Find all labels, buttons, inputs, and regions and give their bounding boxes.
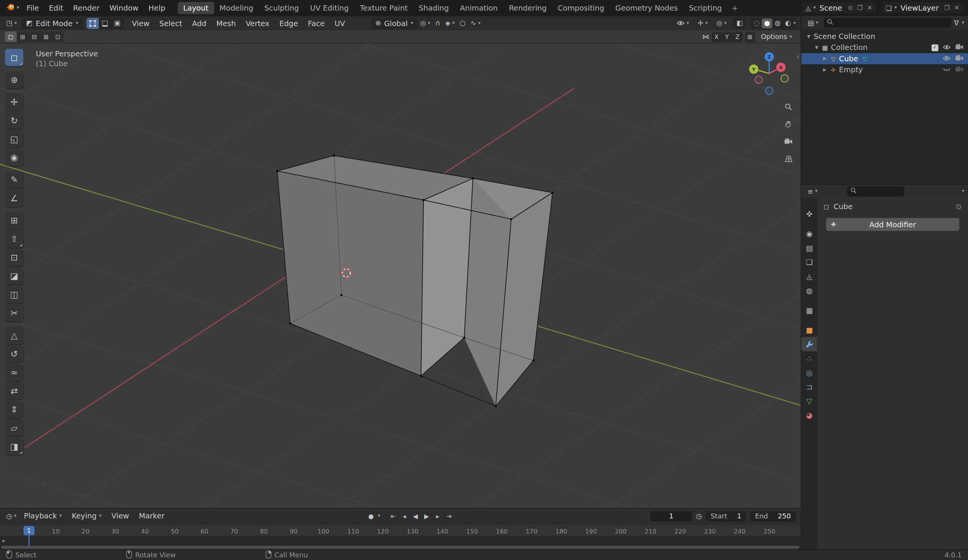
workspace-tab-rendering[interactable]: Rendering bbox=[503, 2, 552, 14]
pivot-dropdown[interactable]: ◎ ▾ bbox=[418, 20, 433, 27]
workspace-tab-animation[interactable]: Animation bbox=[454, 2, 503, 14]
select-subtract-button[interactable]: ⊟ bbox=[28, 31, 40, 42]
outliner-row-scene-collection[interactable]: ▼Scene Collection bbox=[801, 31, 968, 42]
properties-tab-particles[interactable]: ∴ bbox=[801, 351, 817, 366]
viewport-canvas[interactable]: User Perspective (1) Cube ◻⊕✛↻◱◉✎∠⊞⇧⊡◪◫✂… bbox=[0, 43, 801, 508]
properties-tab-tool[interactable]: ✜ bbox=[801, 207, 817, 221]
select-intersect-button[interactable]: ⊡ bbox=[52, 31, 63, 42]
overlays-dropdown[interactable]: ◎ ▾ bbox=[714, 20, 729, 27]
timeline-scrollbar[interactable] bbox=[0, 545, 801, 549]
scene-name[interactable]: Scene bbox=[819, 4, 842, 12]
visibility-dropdown[interactable]: ▾ bbox=[674, 19, 691, 28]
mirror-y-button[interactable]: Y bbox=[722, 32, 732, 41]
workspace-tab-texture-paint[interactable]: Texture Paint bbox=[354, 2, 413, 14]
tool-extrude-region[interactable]: ⇧ bbox=[5, 230, 23, 248]
viewport-menu-mesh[interactable]: Mesh bbox=[211, 18, 241, 29]
tool-shrink-fatten[interactable]: ⇕ bbox=[5, 401, 23, 418]
tool-bevel[interactable]: ◪ bbox=[5, 267, 23, 285]
workspace-tab-compositing[interactable]: Compositing bbox=[552, 2, 610, 14]
zoom-button[interactable] bbox=[782, 101, 795, 113]
jump-to-end-button[interactable]: ⇥ bbox=[443, 510, 454, 522]
tool-poly-build[interactable]: △ bbox=[5, 327, 23, 344]
hide-eye-icon[interactable] bbox=[943, 43, 951, 52]
properties-tab-scene[interactable]: ◬ bbox=[801, 269, 817, 283]
snap-target-dropdown[interactable]: ◈ ▾ bbox=[443, 20, 457, 27]
outliner-item-label[interactable]: Collection bbox=[831, 43, 868, 52]
properties-tab-data[interactable]: ▽ bbox=[801, 394, 817, 408]
workspace-tab-geometry-nodes[interactable]: Geometry Nodes bbox=[610, 2, 684, 14]
orientation-dropdown[interactable]: ⊕ Global ▾ bbox=[371, 18, 418, 29]
play-button[interactable]: ▶ bbox=[421, 510, 432, 522]
snap-toggle[interactable]: ∩ bbox=[433, 20, 443, 27]
editor-type-button[interactable]: ◳ ▾ bbox=[4, 20, 20, 27]
play-reverse-button[interactable]: ◀ bbox=[410, 510, 421, 522]
outliner-item-label[interactable]: Cube bbox=[839, 55, 859, 63]
render-camera-icon[interactable] bbox=[955, 43, 964, 52]
outliner-filter-icon[interactable]: ∇ bbox=[954, 19, 958, 26]
viewport-menu-add[interactable]: Add bbox=[187, 18, 211, 29]
breadcrumb-object-name[interactable]: Cube bbox=[834, 203, 853, 211]
timeline-menu-marker[interactable]: Marker bbox=[134, 510, 169, 523]
pin-id-icon[interactable]: ⊙ bbox=[956, 203, 961, 211]
tool-shear[interactable]: ▱ bbox=[5, 419, 23, 437]
tool-measure[interactable]: ∠ bbox=[5, 189, 23, 207]
new-scene-icon[interactable]: ❐ bbox=[857, 5, 863, 11]
remove-viewlayer-icon[interactable]: ✕ bbox=[954, 5, 959, 11]
hide-eye-closed-icon[interactable] bbox=[943, 65, 951, 74]
properties-tab-view-layer[interactable]: ❏ bbox=[801, 255, 817, 269]
timeline-track-area[interactable]: ▸ bbox=[0, 537, 801, 545]
properties-search[interactable] bbox=[847, 186, 904, 196]
menu-edit[interactable]: Edit bbox=[44, 2, 68, 14]
viewport-menu-face[interactable]: Face bbox=[303, 18, 329, 29]
scene-selector[interactable]: ◬ ▾ Scene ⊙ ❐ ✕ bbox=[802, 3, 876, 13]
tool-transform[interactable]: ◉ bbox=[5, 149, 23, 166]
edge-select-button[interactable] bbox=[99, 18, 111, 29]
auto-merge-icon[interactable]: ⊞ bbox=[745, 32, 755, 41]
next-keyframe-button[interactable]: ▸ bbox=[432, 510, 443, 522]
shading-rendered-button[interactable]: ◐ bbox=[783, 18, 793, 28]
start-frame-field[interactable]: Start 1 bbox=[706, 511, 746, 522]
workspace-tab-modeling[interactable]: Modeling bbox=[214, 2, 259, 14]
navigation-gizmo[interactable]: ZXY bbox=[741, 46, 797, 106]
neg-x-axis-ball[interactable] bbox=[755, 76, 762, 84]
outliner-search-input[interactable] bbox=[836, 19, 948, 27]
tool-annotate[interactable]: ✎ bbox=[5, 171, 23, 188]
properties-tab-world[interactable]: ◍ bbox=[801, 283, 817, 298]
viewport-3d-scene[interactable] bbox=[0, 44, 801, 508]
tool-edge-slide[interactable]: ⇄ bbox=[5, 382, 23, 400]
shading-material-button[interactable]: ◍ bbox=[772, 18, 783, 28]
select-new-button[interactable]: ◻ bbox=[5, 31, 17, 42]
viewport-menu-view[interactable]: View bbox=[127, 18, 155, 29]
properties-tab-constraints[interactable]: ⊐ bbox=[801, 379, 817, 394]
workspace-tab-layout[interactable]: Layout bbox=[178, 2, 214, 14]
jump-to-start-button[interactable]: ⇤ bbox=[388, 510, 399, 522]
outliner-row-cube[interactable]: ▶▽Cube▽ bbox=[801, 53, 968, 64]
properties-tab-material[interactable]: ◕ bbox=[801, 408, 817, 422]
tool-rip-region[interactable]: ◨ bbox=[5, 438, 23, 455]
shading-wireframe-button[interactable]: ◌ bbox=[751, 18, 762, 28]
properties-options-caret[interactable]: ▾ bbox=[962, 189, 965, 194]
menu-window[interactable]: Window bbox=[104, 2, 143, 14]
viewport-menu-edge[interactable]: Edge bbox=[275, 18, 303, 29]
menu-file[interactable]: File bbox=[22, 2, 44, 14]
outliner-item-label[interactable]: Empty bbox=[839, 65, 863, 74]
tool-knife[interactable]: ✂ bbox=[5, 304, 23, 322]
properties-search-input[interactable] bbox=[859, 187, 901, 196]
timeline-ruler[interactable]: 1020304050607080901001101201301401501601… bbox=[0, 524, 801, 536]
perspective-toggle-button[interactable] bbox=[782, 152, 795, 165]
timeline-menu-view[interactable]: View bbox=[107, 510, 134, 523]
tool-smooth[interactable]: ≈ bbox=[5, 364, 23, 381]
selectable-checkbox[interactable]: ✓ bbox=[932, 44, 938, 51]
pin-scene-icon[interactable]: ⊙ bbox=[848, 5, 853, 11]
outliner-row-collection[interactable]: ▼▦Collection✓ bbox=[801, 42, 968, 53]
unlink-scene-icon[interactable]: ✕ bbox=[867, 5, 872, 11]
outliner-filter-caret[interactable]: ▾ bbox=[962, 20, 965, 25]
mirror-z-button[interactable]: Z bbox=[733, 32, 742, 41]
use-preview-range-icon[interactable]: ◷ bbox=[696, 513, 702, 520]
playhead-badge[interactable]: 1 bbox=[23, 526, 35, 535]
workspace-tab-uv-editing[interactable]: UV Editing bbox=[304, 2, 354, 14]
disclosure-arrow[interactable]: ▼ bbox=[805, 34, 812, 39]
viewlayer-name[interactable]: ViewLayer bbox=[901, 4, 939, 12]
properties-editor-type-button[interactable]: ≡ ▾ bbox=[805, 188, 820, 195]
scrollbar-handle[interactable] bbox=[1, 546, 799, 548]
